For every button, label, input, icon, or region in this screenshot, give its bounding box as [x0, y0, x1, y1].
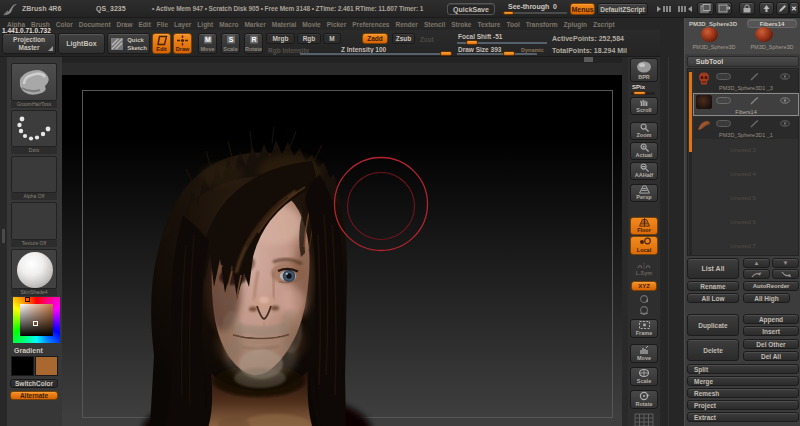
autoreorder-button[interactable]: AutoReorder	[743, 281, 799, 291]
alternate-button[interactable]: Alternate	[10, 391, 58, 400]
z-intensity-handle[interactable]	[440, 51, 452, 56]
subtool-row-4-label[interactable]: Unused 3	[688, 147, 798, 153]
persp-button[interactable]: Persp	[630, 184, 658, 202]
tool-thumbnail-1[interactable]	[701, 27, 718, 42]
scroll-button[interactable]: Scroll	[630, 97, 658, 115]
menu-stroke[interactable]: Stroke	[451, 21, 471, 28]
subtool-row-1[interactable]: PM3D_Sphere3D1 _3	[694, 70, 798, 92]
rotate-button[interactable]: R Rotate	[244, 33, 263, 54]
tool-thumbnail-2[interactable]	[755, 27, 773, 42]
lightbox-button[interactable]: LightBox	[58, 33, 105, 54]
menu-layer[interactable]: Layer	[174, 21, 191, 28]
quicksave-button[interactable]: QuickSave	[447, 3, 495, 15]
floor-button[interactable]: Floor	[630, 217, 658, 235]
merge-button[interactable]: Merge	[687, 376, 799, 386]
zsub-button[interactable]: Zsub	[392, 33, 415, 44]
spix-handle[interactable]	[633, 91, 646, 95]
subtool-header[interactable]: ◦ SubTool	[687, 56, 799, 67]
color-picker[interactable]	[13, 297, 60, 343]
left-tray-divider-handle[interactable]	[2, 229, 5, 243]
menu-marker[interactable]: Marker	[244, 21, 265, 28]
all-high-button[interactable]: All High	[743, 293, 790, 303]
spin-axis-icon[interactable]	[638, 305, 650, 315]
menu-edit[interactable]: Edit	[139, 21, 151, 28]
menu-transform[interactable]: Transform	[526, 21, 558, 28]
rotate-shelf-button[interactable]: Rotate	[630, 390, 658, 409]
draw-size-handle[interactable]	[503, 51, 515, 56]
alpha-thumbnail[interactable]	[11, 156, 57, 193]
menu-texture[interactable]: Texture	[477, 21, 500, 28]
current-brush-thumbnail[interactable]	[11, 63, 57, 101]
menu-picker[interactable]: Picker	[327, 21, 347, 28]
menu-document[interactable]: Document	[79, 21, 111, 28]
subtool-row-6-label[interactable]: Unused 5	[688, 195, 798, 201]
subtool-eye-pill[interactable]	[716, 97, 731, 104]
export-button[interactable]	[759, 2, 774, 15]
close-button[interactable]: ✕	[789, 2, 799, 15]
rgb-button[interactable]: Rgb	[297, 33, 321, 44]
extract-button[interactable]: Extract	[687, 412, 799, 422]
tool-tab-fibers[interactable]: Fibers14	[747, 19, 797, 28]
stroke-thumbnail[interactable]	[11, 110, 57, 147]
menu-movie[interactable]: Movie	[302, 21, 320, 28]
defaultzscript-button[interactable]: DefaultZScript	[597, 3, 648, 15]
move-up-button[interactable]: ▲	[743, 258, 770, 268]
split-button[interactable]: Split	[687, 364, 799, 374]
grid-icon[interactable]	[634, 413, 654, 426]
subtool-row-5-label[interactable]: Unused 4	[688, 171, 798, 177]
projection-master-button[interactable]: ProjectionMaster	[2, 33, 56, 54]
xyz-button[interactable]: XYZ	[631, 281, 657, 291]
subtool-brush-icon[interactable]	[750, 97, 759, 105]
duplicate-button[interactable]: Duplicate	[687, 314, 739, 336]
subtool-scrollbar-thumb[interactable]	[689, 72, 692, 152]
local-button[interactable]: Local	[630, 236, 658, 255]
menu-material[interactable]: Material	[272, 21, 297, 28]
menus-button[interactable]: Menus	[570, 3, 595, 15]
menu-zplugin[interactable]: Zplugin	[564, 21, 587, 28]
remesh-button[interactable]: Remesh	[687, 388, 799, 398]
zcut-button[interactable]: Zcut	[420, 36, 434, 43]
subtool-eye-icon[interactable]	[780, 73, 790, 80]
paste-document-button[interactable]	[715, 2, 732, 15]
switchcolor-button[interactable]: SwitchColor	[10, 379, 58, 388]
mrgb-button[interactable]: Mrgb	[266, 33, 295, 44]
focal-shift-handle[interactable]	[466, 40, 478, 45]
menu-draw[interactable]: Draw	[117, 21, 133, 28]
bpr-button[interactable]: BPR	[630, 58, 658, 82]
move-down-button[interactable]: ▼	[772, 258, 799, 268]
quick-sketch-button[interactable]: QuickSketch	[107, 33, 150, 54]
actual-button[interactable]: Actual	[630, 142, 658, 160]
pen-button[interactable]	[776, 2, 789, 15]
edit-button[interactable]: Edit	[152, 33, 171, 54]
hue-selector[interactable]	[25, 297, 30, 302]
menu-zscript[interactable]: Zscript	[593, 21, 615, 28]
menu-file[interactable]: File	[157, 21, 168, 28]
menu-stencil[interactable]: Stencil	[424, 21, 445, 28]
lsym-button[interactable]: L.Sym	[630, 262, 658, 278]
divider-right-icon[interactable]	[676, 5, 692, 13]
zadd-button[interactable]: Zadd	[362, 33, 388, 44]
seethrough-slider-handle[interactable]	[503, 11, 514, 15]
canvas-top-scroll-handle[interactable]	[584, 57, 593, 62]
del-all-button[interactable]: Del All	[743, 351, 799, 361]
scale-shelf-button[interactable]: Scale	[630, 367, 658, 386]
menu-render[interactable]: Render	[396, 21, 418, 28]
gradient-label[interactable]: Gradient	[14, 347, 43, 354]
material-thumbnail[interactable]	[11, 249, 57, 289]
sv-selector[interactable]	[33, 321, 38, 326]
menu-light[interactable]: Light	[197, 21, 213, 28]
subtool-brush-icon[interactable]	[750, 120, 759, 128]
draw-button[interactable]: Draw	[173, 33, 192, 54]
document-canvas[interactable]	[62, 75, 622, 426]
subtool-eye-icon[interactable]	[780, 97, 790, 104]
copy-document-button[interactable]	[697, 2, 714, 15]
aahalf-button[interactable]: AAHalf	[630, 162, 658, 180]
list-all-button[interactable]: List All	[687, 258, 739, 279]
rotate-axis-icon[interactable]	[638, 294, 650, 304]
shuffle-up-button[interactable]	[743, 269, 770, 279]
append-button[interactable]: Append	[743, 314, 799, 324]
secondary-color-swatch[interactable]	[35, 356, 58, 376]
all-low-button[interactable]: All Low	[687, 293, 739, 303]
subtool-row-8-label[interactable]: Unused 7	[688, 243, 798, 249]
del-other-button[interactable]: Del Other	[743, 339, 799, 349]
